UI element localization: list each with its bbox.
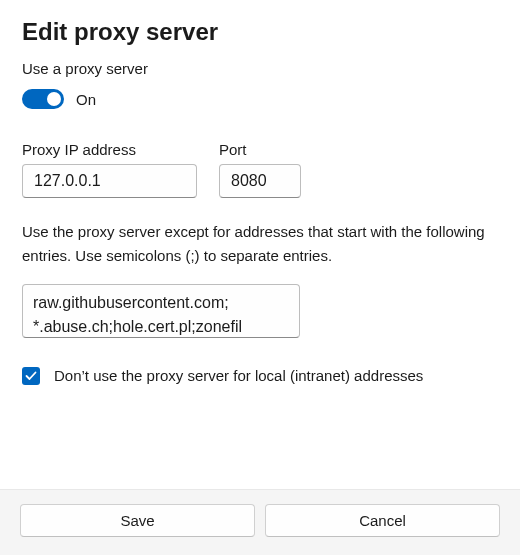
- cancel-button[interactable]: Cancel: [265, 504, 500, 537]
- toggle-knob: [47, 92, 61, 106]
- exceptions-help-text: Use the proxy server except for addresse…: [22, 220, 498, 268]
- proxy-ip-input[interactable]: [22, 164, 197, 198]
- exceptions-value: raw.githubusercontent.com; *.abuse.ch;ho…: [33, 291, 289, 338]
- toggle-state-label: On: [76, 91, 96, 108]
- local-bypass-checkbox[interactable]: [22, 367, 40, 385]
- use-proxy-toggle[interactable]: [22, 89, 64, 109]
- proxy-port-input[interactable]: [219, 164, 301, 198]
- ip-label: Proxy IP address: [22, 141, 197, 158]
- save-button[interactable]: Save: [20, 504, 255, 537]
- port-label: Port: [219, 141, 301, 158]
- local-bypass-label: Don’t use the proxy server for local (in…: [54, 364, 423, 389]
- use-proxy-label: Use a proxy server: [22, 60, 498, 77]
- page-title: Edit proxy server: [22, 18, 498, 46]
- exceptions-input[interactable]: raw.githubusercontent.com; *.abuse.ch;ho…: [22, 284, 300, 338]
- checkmark-icon: [24, 369, 38, 383]
- dialog-footer: Save Cancel: [0, 489, 520, 555]
